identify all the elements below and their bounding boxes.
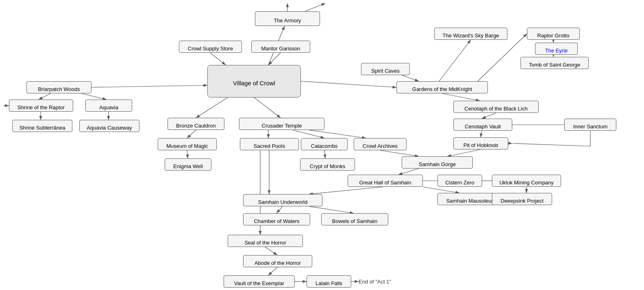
node-raptor-grotto[interactable]: Raptor Grotto <box>527 28 580 40</box>
node-great-hall[interactable]: Great Hall of Samhain <box>348 175 423 187</box>
node-chamber-waters[interactable]: Chamber of Waters <box>243 213 310 225</box>
node-museum[interactable]: Museum of Magic <box>158 138 217 150</box>
svg-line-40 <box>309 206 354 213</box>
node-cenotaph-black-lich[interactable]: Cenotaph of the Black Lich <box>453 101 539 113</box>
node-lalain-falls[interactable]: Lalain Falls <box>307 275 351 288</box>
node-sacred-pools[interactable]: Sacred Pools <box>240 138 299 150</box>
svg-line-19 <box>309 130 366 138</box>
node-wizards-barge[interactable]: The Wizard's Sky Barge <box>434 28 507 40</box>
node-shrine-raptor[interactable]: Shrine of the Raptor <box>9 100 73 112</box>
node-crowl-archives[interactable]: Crowl Archives <box>354 138 407 150</box>
node-samhain-gorge[interactable]: Samhain Gorge <box>402 156 473 169</box>
diagram: The ArmoryCrowl Supply StoreMantor Garis… <box>0 0 644 290</box>
node-enigma-well[interactable]: Enigma Well <box>165 158 211 171</box>
node-eyrie[interactable]: The Eyrie <box>535 43 578 55</box>
node-cistern-zero[interactable]: Cistern Zero <box>437 175 482 187</box>
svg-line-23 <box>439 40 471 81</box>
node-armory[interactable]: The Armory <box>255 11 320 26</box>
node-ukluk[interactable]: Ukluk Mining Company <box>492 175 561 187</box>
node-seal-horror[interactable]: Seal of the Horror <box>228 235 303 247</box>
node-crusader[interactable]: Crusader Temple <box>239 118 324 130</box>
node-tomb-saint-george[interactable]: Tomb of Saint George <box>520 57 589 69</box>
node-samhain-underworld[interactable]: Samhain Underworld <box>243 194 322 206</box>
svg-line-16 <box>254 97 281 118</box>
node-briarpatch[interactable]: Briarpatch Woods <box>26 81 91 93</box>
node-shrine-sub[interactable]: Shrine Subterrânea <box>12 120 72 132</box>
node-pit-hobknob[interactable]: Pit of Hobknob <box>453 137 508 149</box>
node-mantor[interactable]: Mantor Garisson <box>251 41 310 53</box>
node-inner-sanctum[interactable]: Inner Sanctum <box>564 119 616 131</box>
node-abode-horror[interactable]: Abode of the Horror <box>243 255 312 267</box>
node-village[interactable]: Village of Crowl <box>207 65 301 97</box>
svg-line-13 <box>196 97 228 118</box>
node-vault-exemplar[interactable]: Vault of the Exemplar <box>224 275 295 288</box>
node-bronze-cauldron[interactable]: Bronze Cauldron <box>168 118 224 130</box>
node-cenotaph-vault[interactable]: Cenotaph Vault <box>453 119 512 131</box>
svg-line-10 <box>81 93 107 100</box>
svg-line-7 <box>91 85 207 87</box>
node-crypt-monks[interactable]: Crypt of Monks <box>300 158 355 171</box>
svg-line-3 <box>305 3 325 11</box>
svg-line-33 <box>398 169 419 175</box>
end-act-label: End of "Act 1" <box>359 279 391 285</box>
node-bowels-samhain[interactable]: Bowels of Samhain <box>321 213 388 225</box>
node-crowl-supply[interactable]: Crowl Supply Store <box>179 41 242 53</box>
node-deeepsink[interactable]: Deeepsink Project <box>492 193 552 205</box>
node-spirit-caves[interactable]: Spirit Caves <box>361 63 410 75</box>
node-aquavia-causeway[interactable]: Aquavia Causeway <box>79 120 139 132</box>
svg-line-21 <box>301 81 396 87</box>
node-gardens[interactable]: Gardens of the MidKnight <box>396 81 488 93</box>
node-catacombs[interactable]: Catacombs <box>301 138 348 150</box>
node-aquavia[interactable]: Aquavia <box>85 100 132 112</box>
